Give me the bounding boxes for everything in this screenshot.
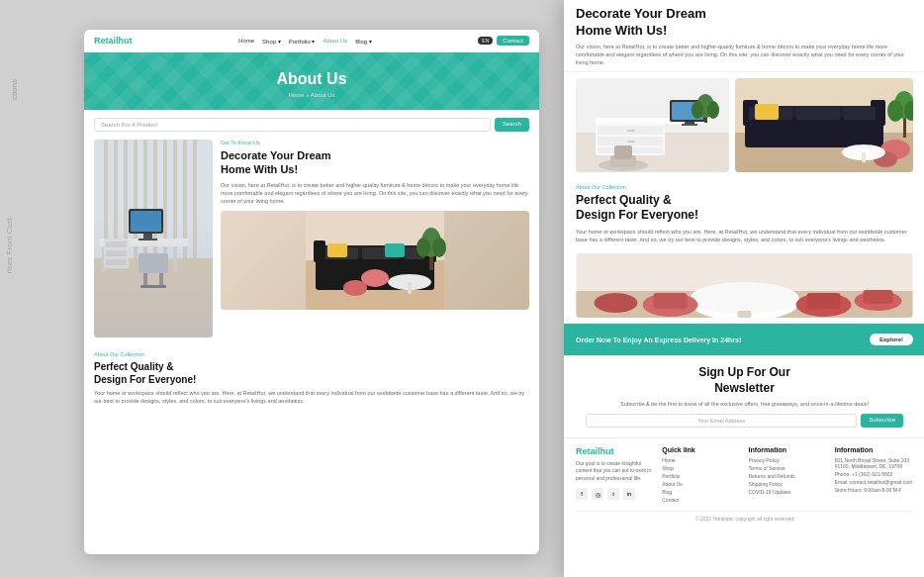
svg-rect-19 [139,239,157,240]
sofa-small-image [221,211,529,310]
nav-blog[interactable]: Blog ▾ [355,38,372,45]
nav-portfolio[interactable]: Portfolio ▾ [289,38,316,45]
collection-text: Your home or workspace should reflect wh… [94,389,529,406]
svg-rect-75 [844,107,876,120]
right-title-1: Decorate Your Dream [576,6,706,21]
footer-link-contact[interactable]: Contact [662,497,740,503]
edge-text-2: rises From Cust [5,218,14,273]
svg-rect-2 [104,140,108,258]
svg-point-45 [416,238,430,257]
footer-link-blog[interactable]: Blog [662,489,740,495]
svg-point-83 [887,100,903,122]
left-edge-decoration: ctions [10,79,19,100]
search-input[interactable]: Search For A Product [94,118,491,132]
chairs-table-svg [576,253,913,318]
svg-point-88 [691,282,799,314]
footer-info1-col: Information Privacy Policy Terms of Serv… [749,446,827,505]
svg-point-46 [432,238,446,257]
footer-terms[interactable]: Terms of Service [749,465,827,471]
svg-rect-18 [143,234,152,239]
footer-link-about[interactable]: About Us [662,481,740,487]
svg-rect-90 [654,293,688,309]
footer-brand-col: Retailhut Our goal is to create insightf… [576,446,654,505]
footer: Retailhut Our goal is to create insightf… [564,437,924,526]
breadcrumb-home: Home [288,92,304,98]
svg-rect-3 [114,140,118,258]
explore-button[interactable]: Explore! [870,334,913,345]
search-button[interactable]: Search [495,118,529,132]
footer-link-shop[interactable]: Shop [662,465,740,471]
social-linkedin[interactable]: in [623,488,635,500]
svg-rect-76 [755,104,779,120]
svg-rect-27 [140,285,166,288]
svg-rect-37 [327,243,347,257]
footer-link-home[interactable]: Home [662,457,740,463]
footer-desc: Our goal is to create insightful content… [576,460,654,483]
footer-quicklink-title: Quick link [662,446,740,453]
footer-shipping[interactable]: Shipping Policy [749,481,827,487]
svg-rect-55 [627,141,635,143]
newsletter-subscribe-button[interactable]: Subscribe [861,414,903,428]
footer-covid[interactable]: COVID-19 Updates [749,489,827,495]
svg-rect-13 [99,239,188,246]
nav-home[interactable]: Home [238,38,254,45]
contact-button[interactable]: Contact [497,36,529,46]
sofa-svg [221,211,529,310]
newsletter-text: Subscribe & be the first to know of all … [576,400,913,408]
social-twitter[interactable]: t [607,488,619,500]
svg-rect-24 [139,253,168,273]
footer-phone: Phone: +1 (302) 621-5502 [835,471,913,477]
newsletter-t2: Newsletter [714,381,775,395]
svg-rect-7 [153,140,157,258]
footer-logo-retail: Retail [576,446,601,456]
footer-address: 601 North Broad Street, Suite 203 #1160,… [835,457,913,469]
footer-social: f ◎ t in [576,488,654,500]
mockup-right: Decorate Your Dream Home With Us! Our vi… [564,0,924,577]
footer-quicklink-col: Quick link Home Shop Portfolio About Us … [662,446,740,505]
lang-toggle[interactable]: EN [478,37,493,45]
nav-shop[interactable]: Shop ▾ [262,38,281,45]
svg-point-66 [707,101,719,119]
nav-about[interactable]: About Us [323,38,347,45]
right-quality-section: About Our Collection Perfect Quality & D… [564,178,924,250]
newsletter-form: Your Email Address Subscribe [586,414,903,428]
collection-title-1: Perfect Quality & [94,361,174,372]
logo-hut: hut [119,36,133,46]
chairs-table-image [576,253,913,318]
svg-rect-9 [173,140,177,258]
footer-returns[interactable]: Returns and Refunds [749,473,827,479]
svg-rect-10 [183,140,187,258]
hero-title: About Us [94,70,529,88]
footer-privacy[interactable]: Privacy Policy [749,457,827,463]
section-main-title: Decorate Your Dream Home With Us! [221,148,529,177]
social-instagram[interactable]: ◎ [592,488,603,500]
svg-rect-26 [159,273,163,285]
svg-rect-94 [864,290,893,304]
footer-copyright: © 2021 Template, copyright all right res… [576,511,913,522]
svg-rect-54 [627,130,635,132]
breadcrumb-current: About Us [311,92,335,98]
footer-logo: Retailhut [576,446,654,456]
svg-point-42 [343,280,367,296]
breadcrumb: Home » About Us [94,92,529,98]
desk-image [94,140,213,337]
desk-svg [94,140,213,337]
svg-rect-4 [124,140,128,258]
footer-logo-hut: hut [601,446,614,456]
svg-rect-20 [104,239,129,268]
svg-rect-35 [314,240,325,262]
living-room-image [735,78,913,172]
svg-rect-25 [143,273,147,285]
footer-email[interactable]: Email: contact.retailhut@gmail.com [835,479,913,485]
right-quality-title: Perfect Quality & Design For Everyone! [576,193,913,224]
svg-rect-40 [408,282,412,294]
svg-rect-80 [862,152,866,162]
footer-link-portfolio[interactable]: Portfolio [662,473,740,479]
living-room-svg [735,78,913,172]
section-description: Our vision, here at RetailHut, is to cre… [221,181,529,206]
svg-rect-5 [134,140,138,258]
right-images-row [564,72,924,178]
newsletter-input[interactable]: Your Email Address [586,414,857,428]
newsletter-title: Sign Up For Our Newsletter [576,365,913,396]
social-facebook[interactable]: f [576,488,588,500]
